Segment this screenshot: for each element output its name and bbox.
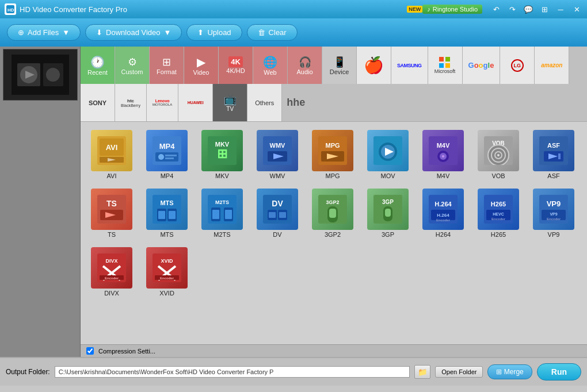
browse-folder-button[interactable]: 📁 [414,365,430,379]
download-dropdown-icon[interactable]: ▼ [164,28,171,37]
tab-format[interactable]: ⊞ Format [150,47,184,84]
tab-google[interactable]: Google [463,47,501,84]
svg-rect-76 [329,209,336,218]
svg-text:MTS: MTS [160,199,173,206]
format-mkv[interactable]: MKV ⊞ MKV [197,128,247,182]
svg-text:3GP: 3GP [382,199,394,205]
download-label: Download Video [106,28,160,37]
grid-button[interactable]: ⊞ [539,3,550,15]
format-label: Format [157,68,177,75]
others-label: Others [255,99,274,106]
svg-text:MPG: MPG [325,142,340,149]
format-divx[interactable]: DIVX Encoder DIVX [86,245,137,299]
tv-label: TV [226,106,234,112]
tab-lg[interactable]: LG [500,47,535,84]
tab-device[interactable]: 📱 Device [322,47,357,84]
close-button[interactable]: ✕ [571,3,582,15]
format-mov[interactable]: MOV [363,128,413,182]
output-path[interactable]: C:\Users\krishna\Documents\WonderFox Sof… [55,366,410,378]
3gp2-icon: 3GP2 [312,189,353,230]
web-label: Web [264,69,276,76]
format-asf[interactable]: ASF ASF [528,128,579,182]
tab-huawei[interactable]: HUAWEI [178,84,213,121]
mkv-label: MKV [215,172,229,179]
format-mp4[interactable]: MP4 MP4 [142,128,192,182]
format-h265[interactable]: H265 HEVC Encoder H265 [473,186,524,240]
format-h264[interactable]: H.264 H.264 Encoder H264 [418,186,468,240]
run-button[interactable]: Run [537,363,581,381]
tab-microsoft[interactable]: Microsoft [428,47,463,84]
tab-audio[interactable]: 🎧 Audio [288,47,322,84]
add-files-button[interactable]: ⊕ Add Files ▼ [7,24,81,41]
vp9-icon: VP9 VP9 Encoder [533,189,574,230]
svg-text:Encoder: Encoder [105,276,119,280]
3gp-label: 3GP [382,231,394,238]
mkv-icon: MKV ⊞ [201,130,243,171]
tab-amazon[interactable]: amazon [535,47,569,84]
svg-rect-66 [225,210,232,219]
h264-label: H264 [436,231,451,238]
tab-htc-bb[interactable]: htc BlackBerry [115,84,147,121]
format-m2ts[interactable]: M2TS M2TS [197,186,247,240]
motorola-logo: MOTOROLA [153,103,172,106]
tab-4khd[interactable]: 4K 4K/HD [219,47,253,84]
clock-icon: 🕐 [90,55,105,69]
format-3gp2[interactable]: 3GP2 3GP2 [307,186,358,240]
format-avi[interactable]: AVI AVI [86,128,137,182]
google-logo: Google [468,61,494,70]
speech-button[interactable]: 💬 [523,3,534,15]
microsoft-logo [439,57,451,68]
format-3gp[interactable]: 3GP 3GP [363,186,413,240]
open-folder-label: Open Folder [441,368,477,375]
format-xvid[interactable]: XVID Encoder XVID [142,245,192,299]
format-ts[interactable]: TS TS [86,186,137,240]
merge-button[interactable]: ⊞ Merge [487,364,532,379]
format-mpg[interactable]: MPG MPG [307,128,358,182]
add-files-dropdown-icon[interactable]: ▼ [62,28,70,37]
minimize-button[interactable]: ─ [555,3,566,15]
ringtone-icon: ♪ [427,6,430,13]
compression-checkbox[interactable] [86,347,94,355]
format-vob[interactable]: VOB VOB [473,128,524,182]
tab-video[interactable]: ▶ Video [184,47,219,84]
format-mts[interactable]: MTS MTS [142,186,192,240]
audio-label: Audio [296,68,312,75]
open-folder-button[interactable]: Open Folder [435,366,483,378]
clear-button[interactable]: 🗑 Clear [247,24,298,41]
redo-button[interactable]: ↷ [506,3,518,15]
output-folder-label: Output Folder: [6,368,50,376]
ringtone-studio-button[interactable]: ♪ Ringtone Studio [422,5,482,14]
4khd-label: 4K/HD [226,67,245,74]
svg-text:H.264: H.264 [434,201,452,207]
h264-icon: H.264 H.264 Encoder [422,189,464,230]
4k-icon: 4K [228,56,243,67]
avi-label: AVI [107,172,117,179]
format-wmv[interactable]: WMV WMV [252,128,303,182]
format-m4v[interactable]: M4V M4V [418,128,468,182]
clear-label: Clear [269,28,287,37]
ringtone-label: Ringtone Studio [433,6,478,13]
upload-button[interactable]: ⬆ Upload [186,24,242,41]
tab-web[interactable]: 🌐 Web [253,47,288,84]
svg-text:AVI: AVI [106,143,118,152]
tab-sony[interactable]: SONY [81,84,115,121]
tab-samsung[interactable]: SAMSUNG [391,47,428,84]
tab-others[interactable]: Others [247,84,282,121]
folder-icon: 📁 [418,368,428,376]
vob-icon: VOB [478,130,519,171]
svg-rect-18 [165,157,174,159]
lenovo-logo: Lenovo [155,99,170,103]
tab-custom[interactable]: ⚙ Custom [115,47,150,84]
tab-recent[interactable]: 🕐 Recent [81,47,115,84]
format-dv[interactable]: DV DV [252,186,303,240]
tab-lenovo[interactable]: Lenovo MOTOROLA [147,84,178,121]
tab-tv[interactable]: 📺 TV [213,84,247,121]
undo-button[interactable]: ↶ [490,3,502,15]
download-video-button[interactable]: ⬇ Download Video ▼ [85,24,182,41]
tab-apple[interactable]: 🍎 [357,47,391,84]
svg-text:ASF: ASF [547,142,560,149]
device-label: Device [330,68,349,75]
svg-text:MP4: MP4 [159,142,176,151]
format-vp9[interactable]: VP9 VP9 Encoder VP9 [528,186,579,240]
headphones-icon: 🎧 [299,56,311,68]
